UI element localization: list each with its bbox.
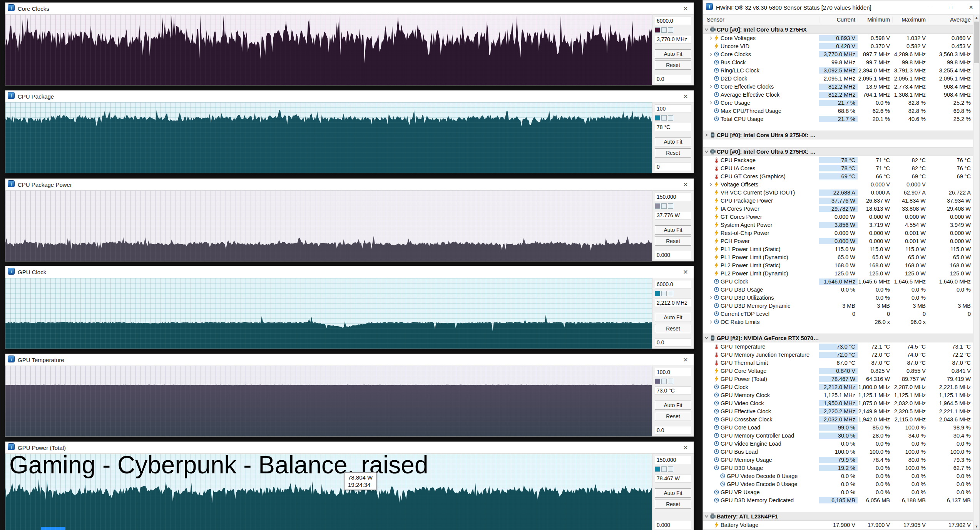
- sensor-row[interactable]: D2D Clock2,095.1 MHz2,095.1 MHz2,095.1 M…: [703, 74, 973, 82]
- sensor-row[interactable]: CPU GT Cores (Graphics)69 °C66 °C69 °C69…: [703, 172, 973, 180]
- sensor-row[interactable]: CPU Package78 °C71 °C82 °C76 °C: [703, 156, 973, 164]
- sensor-row[interactable]: CPU Package Power37.776 W26.837 W41.834 …: [703, 196, 973, 205]
- swatch-option[interactable]: [661, 27, 667, 33]
- series-swatches[interactable]: [655, 115, 691, 121]
- close-icon[interactable]: ✕: [680, 179, 691, 190]
- reset-button[interactable]: Reset: [655, 60, 691, 70]
- sensor-row[interactable]: CPU IA Cores78 °C71 °C82 °C76 °C: [703, 164, 973, 172]
- sensor-row[interactable]: OC Ratio Limits26.0 x96.0 x: [703, 318, 973, 326]
- graph-plot-area[interactable]: [5, 191, 652, 261]
- graph-titlebar[interactable]: i GPU Clock ✕: [5, 266, 694, 278]
- sensor-row[interactable]: GPU D3D Memory Dedicated6,185 MB6,056 MB…: [703, 496, 973, 504]
- chevron-down-icon[interactable]: [703, 514, 710, 518]
- swatch-option[interactable]: [661, 291, 667, 296]
- sensor-row[interactable]: Bus Clock99.8 MHz99.7 MHz99.8 MHz99.8 MH…: [703, 58, 973, 66]
- sensor-row[interactable]: GPU Clock2,212.0 MHz1,800.0 MHz2,287.0 M…: [703, 383, 973, 391]
- reset-button[interactable]: Reset: [655, 236, 691, 246]
- sensor-row[interactable]: Current cTDP Level0000: [703, 310, 973, 318]
- sensor-row[interactable]: GPU D3D Usage0.0 %0.0 %0.0 %0.0 %: [703, 285, 973, 294]
- swatch-option[interactable]: [661, 115, 667, 121]
- expand-chevron-icon[interactable]: [708, 296, 714, 300]
- scroll-up-icon[interactable]: ▲: [973, 14, 980, 21]
- sensor-row[interactable]: GPU Effective Clock2,220.2 MHz2,149.9 MH…: [703, 407, 973, 415]
- series-swatches[interactable]: [655, 378, 691, 384]
- sensor-row[interactable]: GPU Memory Junction Temperature72.0 °C72…: [703, 351, 973, 359]
- sensor-row[interactable]: GPU Memory Usage79.9 %78.4 %80.0 %79.3 %: [703, 456, 973, 464]
- sensor-row[interactable]: Core Clocks3,770.0 MHz897.7 MHz4,289.6 M…: [703, 50, 973, 58]
- sensor-row[interactable]: Core Effective Clocks812.2 MHz13.9 MHz2,…: [703, 82, 973, 91]
- chevron-right-icon[interactable]: [703, 133, 710, 137]
- close-icon[interactable]: ✕: [680, 266, 691, 278]
- sensor-row[interactable]: GPU Core Load99.0 %85.0 %100.0 %98.9 %: [703, 423, 973, 431]
- sensor-row[interactable]: PL1 Power Limit (Dynamic)65.0 W65.0 W65.…: [703, 253, 973, 261]
- reset-button[interactable]: Reset: [655, 324, 691, 333]
- chevron-down-icon[interactable]: [703, 149, 710, 154]
- series-swatches[interactable]: [655, 290, 691, 297]
- taskbar-peek[interactable]: [41, 527, 65, 530]
- sensor-row[interactable]: GPU VR Usage0.0 %0.0 %0.0 %0.0 %: [703, 488, 973, 496]
- graph-plot-area[interactable]: [5, 278, 652, 349]
- column-sensor[interactable]: Sensor: [703, 17, 819, 23]
- sensor-row[interactable]: GPU Thermal Limit87.0 °C87.0 °C87.0 °C87…: [703, 359, 973, 367]
- chevron-down-icon[interactable]: [703, 336, 710, 340]
- auto-fit-button[interactable]: Auto Fit: [655, 488, 691, 498]
- series-swatches[interactable]: [655, 27, 691, 33]
- sensor-row[interactable]: PCH Power0.000 W0.000 W0.001 W0.000 W: [703, 237, 973, 245]
- sensor-row[interactable]: PL2 Power Limit (Static)168.0 W168.0 W16…: [703, 261, 973, 269]
- swatch-option[interactable]: [661, 379, 667, 384]
- sensor-row[interactable]: GPU Temperature73.0 °C72.1 °C74.5 °C73.1…: [703, 342, 973, 351]
- chevron-down-icon[interactable]: [703, 27, 710, 32]
- graph-titlebar[interactable]: i CPU Package Power ✕: [5, 179, 694, 191]
- expand-chevron-icon[interactable]: [708, 183, 714, 186]
- column-minimum[interactable]: Minimum: [858, 17, 892, 23]
- sensor-row[interactable]: PL2 Power Limit (Dynamic)125.0 W125.0 W1…: [703, 269, 973, 277]
- minimize-icon[interactable]: —: [921, 0, 939, 14]
- graph-titlebar[interactable]: i CPU Package ✕: [5, 91, 694, 102]
- sensor-row[interactable]: IA Cores Power29.782 W18.613 W33.808 W29…: [703, 205, 973, 213]
- graph-plot-area[interactable]: [5, 15, 652, 85]
- sensor-row[interactable]: Core Usage21.7 %0.0 %82.8 %25.2 %: [703, 99, 973, 107]
- swatch-option[interactable]: [668, 379, 673, 384]
- sensor-row[interactable]: Uncore VID0.428 V0.370 V0.582 V0.453 V: [703, 42, 973, 50]
- maximize-icon[interactable]: □: [942, 0, 959, 14]
- sensor-row[interactable]: GPU Video Encode 0 Usage0.0 %0.0 %0.0 %0…: [703, 480, 973, 488]
- sensor-row[interactable]: GPU Video Engine Load0.0 %0.0 %0.0 %0.0 …: [703, 439, 973, 448]
- expand-chevron-icon[interactable]: [708, 36, 714, 40]
- graph-titlebar[interactable]: i GPU Temperature ✕: [5, 354, 694, 366]
- close-icon[interactable]: ✕: [680, 91, 691, 102]
- sensor-section-row[interactable]: Battery: ATL L23N4PF1: [703, 512, 973, 521]
- sensor-row[interactable]: GPU Crossbar Clock2,032.0 MHz1,942.0 MHz…: [703, 415, 973, 423]
- sensor-row[interactable]: GPU D3D Utilizations0.0 %0.0 %: [703, 294, 973, 302]
- series-color-swatch[interactable]: [655, 115, 660, 121]
- series-swatches[interactable]: [655, 203, 691, 209]
- sensor-section-row[interactable]: CPU [#0]: Intel Core Ultra 9 275HX: DTS: [703, 131, 973, 139]
- series-color-swatch[interactable]: [655, 203, 660, 209]
- series-color-swatch[interactable]: [655, 379, 660, 384]
- sensor-row[interactable]: Rest-of-Chip Power0.000 W0.000 W0.001 W0…: [703, 229, 973, 237]
- sensor-row[interactable]: PL1 Power Limit (Static)115.0 W115.0 W11…: [703, 245, 973, 253]
- sensor-row[interactable]: Total CPU Usage21.7 %20.1 %40.6 %25.2 %: [703, 115, 973, 123]
- swatch-option[interactable]: [668, 203, 673, 209]
- close-icon[interactable]: ✕: [680, 354, 691, 366]
- swatch-option[interactable]: [661, 203, 667, 209]
- column-current[interactable]: Current: [819, 17, 858, 23]
- series-color-swatch[interactable]: [655, 291, 660, 296]
- scroll-down-icon[interactable]: ▼: [973, 523, 980, 530]
- graph-plot-area[interactable]: Gaming - Cyberpunk - Balance, raised78.8…: [5, 454, 652, 530]
- series-color-swatch[interactable]: [655, 27, 660, 33]
- swatch-option[interactable]: [668, 466, 673, 472]
- sensor-section-row[interactable]: CPU [#0]: Intel Core Ultra 9 275HX: [703, 25, 973, 34]
- sensor-row[interactable]: Max CPU/Thread Usage68.8 %62.6 %82.8 %69…: [703, 107, 973, 115]
- sensor-section-row[interactable]: CPU [#0]: Intel Core Ultra 9 275HX: Enha…: [703, 147, 973, 156]
- sensor-row[interactable]: GPU Clock1,646.0 MHz1,645.6 MHz1,646.5 M…: [703, 277, 973, 285]
- sensor-row[interactable]: GPU Memory Controller Load30.0 %28.0 %34…: [703, 431, 973, 439]
- sensor-row[interactable]: GT Cores Power0.000 W0.000 W0.000 W0.000…: [703, 213, 973, 221]
- graph-plot-area[interactable]: [5, 366, 652, 436]
- auto-fit-button[interactable]: Auto Fit: [655, 313, 691, 322]
- sensor-row[interactable]: GPU Power (Total)78.467 W64.316 W89.757 …: [703, 375, 973, 383]
- sensor-row[interactable]: GPU Memory Clock1,125.1 MHz1,125.1 MHz1,…: [703, 391, 973, 399]
- expand-chevron-icon[interactable]: [708, 52, 714, 56]
- close-icon[interactable]: ✕: [680, 442, 691, 453]
- sensor-section-row[interactable]: GPU [#2]: NVIDIA GeForce RTX 5070 Laptop: [703, 334, 973, 342]
- sensor-row[interactable]: Core Voltages0.893 V0.598 V1.032 V0.860 …: [703, 34, 973, 42]
